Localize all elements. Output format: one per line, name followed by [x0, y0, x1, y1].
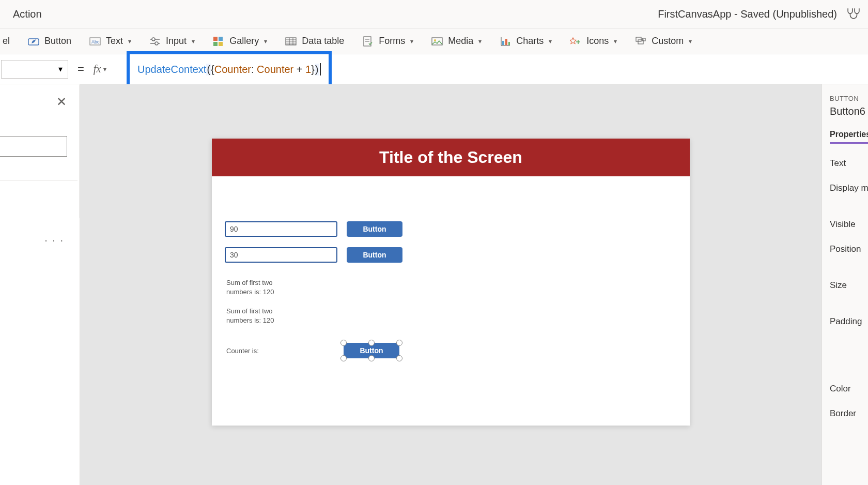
forms-icon	[362, 37, 374, 46]
chevron-down-icon: ▾	[478, 38, 482, 45]
charts-icon	[500, 37, 511, 46]
resize-handle[interactable]	[396, 355, 402, 361]
formula-token-paren: (	[206, 64, 211, 75]
chevron-down-icon: ▾	[128, 38, 131, 45]
prop-position[interactable]: Position	[830, 244, 868, 254]
svg-rect-26	[508, 42, 510, 45]
property-selector[interactable]: ▾	[1, 60, 68, 79]
tab-properties[interactable]: Properties	[830, 130, 868, 144]
search-input[interactable]	[0, 136, 67, 157]
chevron-down-icon: ▾	[689, 38, 692, 45]
svg-text:Abc: Abc	[91, 39, 100, 44]
text-icon: Abc	[89, 37, 101, 46]
formula-bar: ▾ = fx ▾ UpdateContext ( { Counter : Cou…	[0, 54, 868, 84]
svg-rect-7	[213, 37, 218, 41]
formula-token-key: Counter	[214, 64, 251, 75]
svg-rect-10	[219, 42, 223, 46]
ribbon-charts[interactable]: Charts ▾	[500, 36, 552, 47]
svg-rect-27	[636, 37, 641, 41]
ribbon-media[interactable]: Media ▾	[431, 36, 482, 47]
app-title-status: FirstCanvasApp - Saved (Unpublished)	[658, 8, 837, 20]
svg-rect-8	[219, 37, 223, 41]
formula-token-brace: {	[211, 64, 214, 75]
app-screen[interactable]: Title of the Screen Button Button Sum of…	[212, 139, 690, 426]
canvas-area[interactable]: Title of the Screen Button Button Sum of…	[80, 84, 822, 485]
data-table-icon	[285, 37, 297, 46]
prop-visible[interactable]: Visible	[830, 219, 868, 230]
ribbon-text[interactable]: Abc Text ▾	[89, 36, 131, 47]
gallery-icon	[213, 37, 224, 46]
svg-rect-25	[505, 39, 507, 45]
prop-padding[interactable]: Padding	[830, 316, 868, 327]
chevron-down-icon[interactable]: ▾	[103, 66, 106, 73]
media-icon	[431, 37, 443, 46]
control-type-label: BUTTON	[830, 95, 868, 102]
chevron-down-icon: ▾	[410, 38, 413, 45]
ribbon-button[interactable]: Button	[28, 36, 71, 47]
ribbon-icons[interactable]: Icons ▾	[570, 36, 617, 47]
prop-color[interactable]: Color	[830, 384, 868, 394]
formula-token-ref: Counter	[257, 64, 293, 75]
counter-label: Counter is:	[226, 346, 278, 356]
chevron-down-icon: ▾	[549, 38, 552, 45]
workspace: ✕ · · · Title of the Screen Button Butto…	[0, 84, 868, 485]
input-icon	[149, 37, 161, 46]
ribbon-data-table[interactable]: Data table	[285, 36, 344, 47]
button-selected[interactable]: Button	[344, 343, 399, 358]
svg-rect-24	[502, 41, 504, 45]
prop-border[interactable]: Border	[830, 408, 868, 419]
properties-panel: BUTTON Button6 Properties Text Display m…	[822, 84, 868, 485]
resize-handle[interactable]	[340, 355, 347, 361]
equals-sign: =	[78, 63, 84, 76]
ribbon-gallery[interactable]: Gallery ▾	[213, 36, 267, 47]
resize-handle[interactable]	[396, 340, 402, 346]
prop-text[interactable]: Text	[830, 158, 868, 169]
formula-token-function: UpdateContext	[137, 64, 206, 75]
formula-token-num: 1	[305, 64, 311, 75]
action-menu[interactable]: Action	[13, 8, 42, 20]
custom-icon	[635, 37, 646, 46]
svg-point-6	[155, 42, 158, 45]
button-selected-label: Button	[360, 346, 383, 355]
ribbon-label-partial[interactable]: el	[3, 36, 10, 47]
tree-view-panel: ✕ · · ·	[0, 84, 80, 485]
formula-token-brace: }	[311, 64, 315, 75]
divider	[0, 180, 78, 180]
input-row-1: Button	[225, 221, 402, 237]
chevron-down-icon: ▾	[264, 38, 267, 45]
chevron-down-icon: ▾	[192, 38, 195, 45]
icons-icon	[570, 37, 581, 46]
chevron-down-icon: ▾	[58, 64, 63, 74]
screen-title-bar: Title of the Screen	[212, 139, 690, 176]
formula-input[interactable]: UpdateContext ( { Counter : Counter + 1 …	[127, 51, 332, 87]
ribbon-forms[interactable]: Forms ▾	[362, 36, 413, 47]
ribbon-input[interactable]: Input ▾	[149, 36, 195, 47]
resize-handle[interactable]	[368, 355, 375, 361]
svg-point-4	[152, 38, 155, 41]
text-input-1[interactable]	[225, 221, 337, 237]
text-input-2[interactable]	[225, 247, 337, 263]
svg-rect-9	[213, 42, 218, 46]
ribbon-custom[interactable]: Custom ▾	[635, 36, 692, 47]
prop-size[interactable]: Size	[830, 280, 868, 291]
screen-title: Title of the Screen	[379, 148, 522, 167]
more-menu-icon[interactable]: · · ·	[44, 234, 64, 246]
result-label-1: Sum of first two numbers is: 120	[226, 278, 293, 297]
fx-icon[interactable]: fx	[94, 63, 103, 75]
text-cursor	[320, 63, 321, 75]
prop-display-mode[interactable]: Display mod	[830, 183, 868, 193]
resize-handle[interactable]	[368, 340, 375, 346]
button-2[interactable]: Button	[347, 247, 402, 263]
resize-handle[interactable]	[340, 340, 347, 346]
selected-control-wrapper[interactable]: Button	[344, 343, 399, 358]
result-label-2: Sum of first two numbers is: 120	[226, 307, 293, 325]
app-checker-icon[interactable]	[847, 6, 860, 22]
formula-token-paren: )	[315, 64, 319, 75]
title-bar: Action FirstCanvasApp - Saved (Unpublish…	[0, 0, 868, 28]
svg-rect-20	[432, 38, 442, 45]
control-name[interactable]: Button6	[830, 105, 868, 117]
input-row-2: Button	[225, 247, 402, 263]
close-icon[interactable]: ✕	[56, 95, 67, 109]
formula-token-plus: +	[297, 64, 303, 75]
button-1[interactable]: Button	[347, 221, 402, 237]
